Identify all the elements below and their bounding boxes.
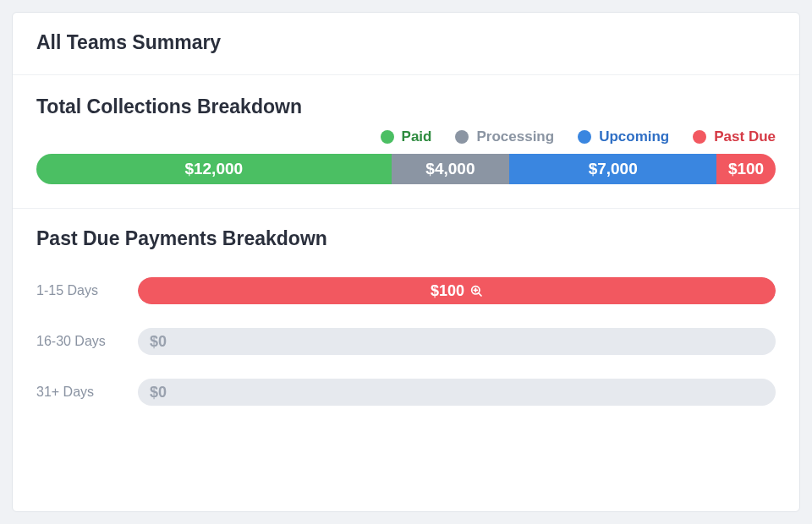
- collections-legend: Paid Processing Upcoming Past Due: [36, 128, 776, 145]
- segment-value: $7,000: [589, 160, 638, 178]
- legend-dot-icon: [455, 130, 469, 144]
- pastdue-value: $100: [431, 282, 464, 300]
- legend-dot-icon: [381, 130, 394, 144]
- legend-item-pastdue: Past Due: [693, 128, 776, 145]
- segment-paid[interactable]: $12,000: [36, 154, 392, 184]
- legend-label: Past Due: [714, 128, 776, 145]
- collections-title: Total Collections Breakdown: [36, 96, 776, 118]
- segment-value: $100: [728, 160, 764, 178]
- collections-section: Total Collections Breakdown Paid Process…: [13, 75, 799, 208]
- pastdue-bar[interactable]: $0 $0: [138, 379, 776, 406]
- legend-label: Upcoming: [599, 128, 669, 145]
- card-header: All Teams Summary: [13, 13, 799, 75]
- legend-dot-icon: [578, 130, 591, 144]
- pastdue-row-label: 16-30 Days: [36, 334, 126, 349]
- pastdue-row: 31+ Days $0 $0: [36, 379, 776, 406]
- pastdue-bar-fill: $100: [138, 277, 776, 304]
- segment-value: $12,000: [184, 160, 243, 178]
- legend-item-upcoming: Upcoming: [578, 128, 669, 145]
- segment-pastdue[interactable]: $100: [716, 154, 776, 184]
- legend-dot-icon: [693, 130, 706, 144]
- legend-item-paid: Paid: [381, 128, 432, 145]
- pastdue-zero-label: $0: [150, 328, 167, 355]
- segment-value: $4,000: [425, 160, 475, 178]
- pastdue-zero-label: $0: [150, 379, 167, 406]
- legend-label: Paid: [402, 128, 432, 145]
- segment-processing[interactable]: $4,000: [392, 154, 510, 184]
- legend-item-processing: Processing: [455, 128, 554, 145]
- svg-line-1: [479, 293, 481, 296]
- pastdue-row-label: 1-15 Days: [36, 283, 126, 298]
- pastdue-bar[interactable]: $100 $100: [138, 277, 776, 304]
- pastdue-row: 16-30 Days $0 $0: [36, 328, 776, 355]
- legend-label: Processing: [476, 128, 554, 145]
- zoom-in-icon: [469, 284, 483, 297]
- card-title: All Teams Summary: [36, 31, 776, 54]
- segment-upcoming[interactable]: $7,000: [509, 154, 716, 184]
- collections-stacked-bar: $12,000 $4,000 $7,000 $100: [36, 154, 776, 184]
- pastdue-bar[interactable]: $0 $0: [138, 328, 776, 355]
- pastdue-section: Past Due Payments Breakdown 1-15 Days $1…: [13, 209, 799, 429]
- pastdue-rows: 1-15 Days $100 $100: [36, 277, 776, 406]
- pastdue-row-label: 31+ Days: [36, 385, 126, 400]
- pastdue-title: Past Due Payments Breakdown: [36, 227, 776, 250]
- summary-card: All Teams Summary Total Collections Brea…: [12, 12, 800, 512]
- pastdue-row: 1-15 Days $100 $100: [36, 277, 776, 304]
